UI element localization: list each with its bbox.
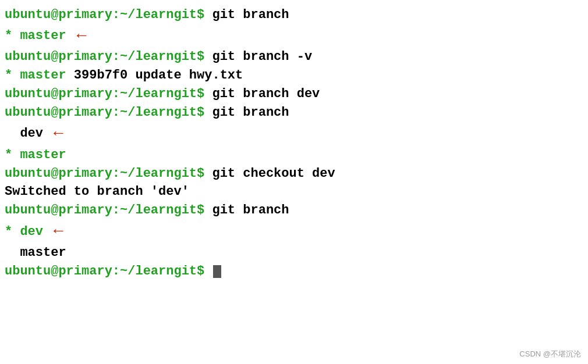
terminal-line-14: ubuntu@primary:~/learngit$ [5, 262, 583, 281]
output-12: * dev [5, 223, 43, 241]
output-2: * master [5, 27, 66, 45]
terminal-line-6: ubuntu@primary:~/learngit$ git branch [5, 104, 583, 122]
terminal-line-4: * master 399b7f0 update hwy.txt [5, 66, 583, 85]
terminal-line-5: ubuntu@primary:~/learngit$ git branch de… [5, 85, 583, 104]
terminal-line-11: ubuntu@primary:~/learngit$ git branch [5, 201, 583, 220]
terminal-line-9: ubuntu@primary:~/learngit$ git checkout … [5, 165, 583, 183]
terminal-cursor [213, 265, 221, 278]
arrow-icon-12: ← [54, 220, 63, 244]
arrow-icon-2: ← [77, 24, 87, 48]
terminal-line-3: ubuntu@primary:~/learngit$ git branch -v [5, 48, 583, 66]
terminal-line-12: * dev ← [5, 220, 583, 244]
cmd-5: git branch dev [204, 85, 320, 104]
terminal-line-2: * master ← [5, 24, 583, 48]
prompt-3: ubuntu@primary:~/learngit$ [5, 48, 204, 66]
output-8: * master [5, 146, 66, 165]
output-star-4: * master [5, 66, 74, 85]
prompt-1: ubuntu@primary:~/learngit$ [5, 6, 204, 24]
terminal-line-8: * master [5, 146, 583, 165]
prompt-14: ubuntu@primary:~/learngit$ [5, 262, 204, 281]
prompt-9: ubuntu@primary:~/learngit$ [5, 165, 204, 183]
watermark: CSDN @不堪沉沦 [519, 349, 581, 359]
terminal: ubuntu@primary:~/learngit$ git branch * … [0, 0, 588, 364]
cmd-1: git branch [204, 6, 289, 24]
arrow-icon-7: ← [54, 122, 63, 146]
output-plain-4: 399b7f0 update hwy.txt [74, 66, 243, 85]
terminal-line-1: ubuntu@primary:~/learngit$ git branch [5, 6, 583, 24]
cmd-3: git branch -v [204, 48, 312, 66]
cmd-9: git checkout dev [204, 165, 335, 183]
terminal-line-13: master [5, 244, 583, 262]
output-10: Switched to branch 'dev' [5, 183, 189, 201]
cmd-14 [204, 262, 212, 281]
cmd-6: git branch [204, 104, 289, 122]
prompt-6: ubuntu@primary:~/learngit$ [5, 104, 204, 122]
output-13: master [5, 244, 66, 262]
terminal-line-7: dev ← [5, 122, 583, 146]
terminal-line-10: Switched to branch 'dev' [5, 183, 583, 201]
output-7: dev [5, 124, 43, 143]
cmd-11: git branch [204, 201, 289, 220]
prompt-5: ubuntu@primary:~/learngit$ [5, 85, 204, 104]
prompt-11: ubuntu@primary:~/learngit$ [5, 201, 204, 220]
